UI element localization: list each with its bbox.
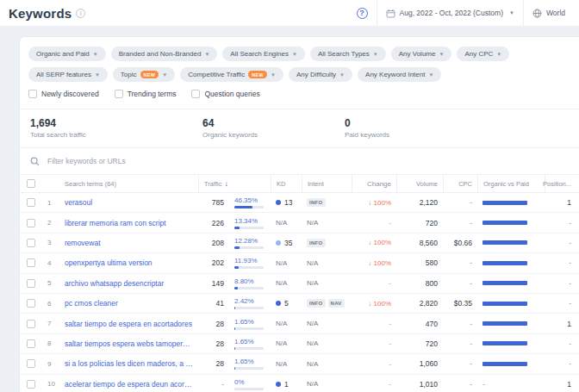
cpc-value: $0.66 <box>443 239 477 247</box>
keyword-link[interactable]: archivo whatsapp desencriptar <box>65 279 164 288</box>
filter-chip-any-cpc[interactable]: Any CPC▼ <box>457 47 509 61</box>
position-value: 1 <box>545 380 579 389</box>
keyword-link[interactable]: acelerar tiempo de espera deun acortador <box>65 380 193 389</box>
intent-badge: INFO <box>307 239 326 247</box>
row-checkbox[interactable] <box>27 279 35 288</box>
location-picker[interactable]: World <box>523 0 574 26</box>
filter-chip-all-serp-features[interactable]: All SERP features▼ <box>28 67 108 82</box>
volume-value: 470 <box>396 320 443 328</box>
row-checkbox[interactable] <box>27 380 35 389</box>
kd-cell: N/A <box>271 219 302 227</box>
keyword-link[interactable]: verasoul <box>65 198 92 207</box>
checkbox-icon <box>28 90 37 98</box>
keyword-cell: saltar tiempo de espera en acortadores <box>59 320 198 328</box>
position-value: - <box>545 359 579 368</box>
keyword-link[interactable]: saltar tiempo de espera en acortadores <box>65 320 192 328</box>
help-icon[interactable]: ? <box>357 8 368 19</box>
volume-value: 1,010 <box>396 380 443 389</box>
filter-chip-any-keyword-intent[interactable]: Any Keyword Intent▼ <box>358 67 441 82</box>
column-kd[interactable]: KD <box>271 175 302 192</box>
stat-value: 0 <box>345 117 389 129</box>
chevron-down-icon: ▼ <box>339 72 345 78</box>
filter-chip-organic-and-paid[interactable]: Organic and Paid▼ <box>28 47 106 61</box>
chevron-down-icon: ▼ <box>428 72 433 78</box>
globe-icon <box>532 9 542 18</box>
intent-cell: N/A <box>302 279 352 287</box>
search-icon <box>30 157 40 166</box>
table-row: 5archivo whatsapp desencriptar1498.80%N/… <box>20 274 579 294</box>
intent-value: N/A <box>307 259 318 267</box>
organic-vs-paid-cell <box>477 341 545 345</box>
row-number: 2 <box>42 219 59 227</box>
search-input[interactable] <box>46 156 252 166</box>
row-checkbox[interactable] <box>27 198 35 207</box>
cpc-value: - <box>443 198 477 207</box>
organic-bar <box>482 221 527 225</box>
filter-chip-branded-and-non-branded[interactable]: Branded and Non-Branded▼ <box>111 47 218 61</box>
column-volume[interactable]: Volume <box>396 175 443 192</box>
row-checkbox[interactable] <box>27 239 35 247</box>
location-label: World <box>546 9 565 17</box>
checkbox-question-queries[interactable]: Question queries <box>191 90 259 98</box>
filter-chip-any-volume[interactable]: Any Volume▼ <box>391 47 452 61</box>
traffic-share-cell: 2.42% <box>229 297 271 309</box>
search-row <box>20 148 579 174</box>
row-number: 10 <box>42 380 59 388</box>
filter-chip-all-search-engines[interactable]: All Search Engines▼ <box>222 47 305 61</box>
chevron-down-icon: ▼ <box>292 52 297 57</box>
row-checkbox[interactable] <box>27 359 35 368</box>
filter-chip-topic[interactable]: TopicNEW▼ <box>113 67 175 82</box>
column-intent[interactable]: Intent <box>302 175 352 192</box>
column-search-terms[interactable]: Search terms (64) <box>59 180 198 188</box>
organic-vs-paid-cell <box>477 321 545 326</box>
traffic-share-cell: 1.65% <box>229 318 271 330</box>
row-checkbox[interactable] <box>27 339 35 348</box>
filter-chip-all-search-types[interactable]: All Search Types▼ <box>310 47 386 61</box>
row-checkbox[interactable] <box>27 219 35 227</box>
traffic-bar <box>234 347 264 350</box>
traffic-value: 149 <box>198 279 229 288</box>
row-checkbox-cell <box>20 299 42 308</box>
traffic-bar <box>234 327 264 330</box>
row-checkbox[interactable] <box>27 320 35 328</box>
column-organic-vs-paid[interactable]: Organic vs Paid <box>477 175 545 192</box>
chevron-down-icon: ▼ <box>439 52 444 57</box>
chevron-down-icon: ▼ <box>93 52 98 57</box>
intent-cell: INFONAV <box>302 299 352 308</box>
kd-dot-icon <box>276 240 281 246</box>
table-row: 9si a los policias les dicen maderos, a … <box>20 354 579 374</box>
row-checkbox[interactable] <box>27 258 35 267</box>
checkbox-trending-terms[interactable]: Trending terms <box>115 90 177 98</box>
keyword-link[interactable]: librerar memoria ram con script <box>65 219 166 227</box>
volume-value: 720 <box>396 219 443 227</box>
keyword-link[interactable]: si a los policias les dicen maderos, a l… <box>65 359 193 368</box>
traffic-share-cell: 12.28% <box>229 237 271 249</box>
column-traffic[interactable]: Traffic↓ <box>198 175 271 192</box>
keyword-link[interactable]: openxpertya ultima version <box>65 258 153 267</box>
change-value: - <box>352 320 396 327</box>
checkbox-icon <box>191 90 200 98</box>
column-cpc[interactable]: CPC <box>443 175 477 192</box>
select-all-checkbox[interactable] <box>27 179 35 188</box>
keyword-cell: saltar tiempos espera webs tamopermoneky <box>59 339 198 348</box>
filter-chip-any-difficulty[interactable]: Any Difficulty▼ <box>289 67 352 82</box>
info-icon[interactable]: i <box>76 9 85 18</box>
keyword-link[interactable]: pc cmos cleaner <box>65 299 118 308</box>
organic-vs-paid-cell <box>477 302 545 306</box>
traffic-value: - <box>198 380 229 389</box>
keyword-link[interactable]: saltar tiempos espera webs tamopermoneky <box>65 339 193 348</box>
keyword-link[interactable]: removewat <box>65 239 101 247</box>
column-position[interactable]: Position... <box>545 175 579 192</box>
date-range-picker[interactable]: Aug, 2022 - Oct, 2022 (Custom) ▼ <box>377 0 523 26</box>
traffic-share-cell: 0% <box>229 378 271 390</box>
table-row: 7saltar tiempo de espera en acortadores2… <box>20 314 579 333</box>
checkbox-newly-discovered[interactable]: Newly discovered <box>28 90 99 98</box>
intent-value: N/A <box>307 380 318 388</box>
traffic-value: 28 <box>198 339 229 348</box>
column-change[interactable]: Change <box>352 175 396 192</box>
position-value: - <box>545 279 579 288</box>
filter-chip-competitive-traffic[interactable]: Competitive TrafficNEW▼ <box>180 67 283 82</box>
row-checkbox[interactable] <box>27 299 35 308</box>
chevron-down-icon: ▼ <box>373 52 378 57</box>
kd-value: N/A <box>276 279 287 287</box>
